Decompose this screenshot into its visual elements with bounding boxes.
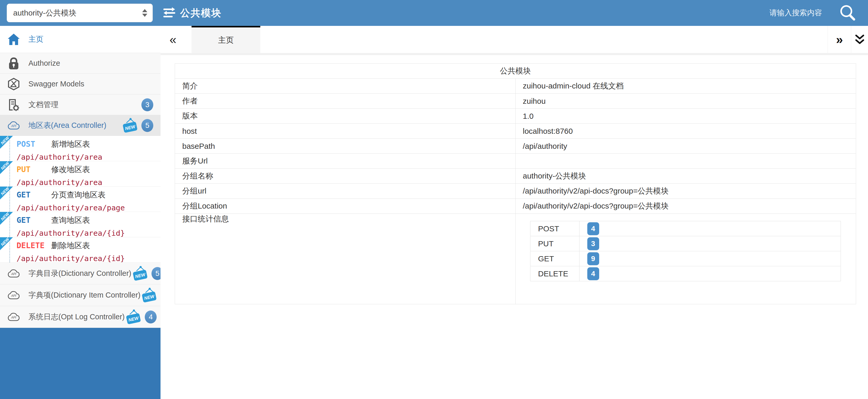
svg-text:API: API [11,272,16,276]
lock-icon [8,57,20,69]
table-row: 分组名称 authority-公共模块 [175,169,856,184]
info-value: /api/authority/v2/api-docs?group=公共模块 [516,199,856,214]
models-icon [8,78,20,90]
sidebar-item-authorize[interactable]: Authorize [0,53,160,74]
method-count-badge: 4 [587,267,599,280]
info-value: localhost:8760 [516,124,856,139]
page-title: 公共模块 [180,6,221,20]
info-value [516,154,856,169]
info-value: authority-公共模块 [516,169,856,184]
endpoint-delete-area-id[interactable]: NEW DELETE 删除地区表 /api/authority/area/{id… [0,237,160,263]
table-row: 作者 zuihou [175,94,856,109]
method-count-badge: 4 [587,222,599,235]
main-content: « 主页 » 公共模块 简介 zuihou-admin-cloud 在线文档 作… [160,26,868,399]
sidebar-item-label: 主页 [28,34,43,45]
table-row: 简介 zuihou-admin-cloud 在线文档 [175,79,856,94]
sidebar-item-home[interactable]: 主页 [0,26,160,53]
double-chevron-down-icon [854,34,865,45]
count-badge: 5 [142,119,153,132]
new-sign-badge: NEW [141,287,157,303]
sidebar-item-label: 系统日志(Opt Log Controller) [28,312,125,322]
method-count-badge: 3 [587,237,599,250]
endpoint-summary: 查询地区表 [51,215,90,226]
info-value: 1.0 [516,109,856,124]
cloud-api-icon: API [8,291,20,300]
group-select[interactable]: authority-公共模块 [7,4,153,22]
method-stats-table: POST 4 PUT 3 GET 9 DELETE [530,221,841,281]
search-icon[interactable] [839,4,857,22]
info-table-title: 公共模块 [175,64,856,79]
sidebar-item-label: 字典项(Dictionary Item Controller) [28,290,141,301]
group-info-panel: 公共模块 简介 zuihou-admin-cloud 在线文档 作者 zuiho… [160,63,868,304]
count-badge: 4 [145,311,157,323]
endpoint-path: /api/authority/area/page [17,203,158,212]
tab-scroll-left-button[interactable]: « [160,26,185,53]
brand: 公共模块 [163,6,221,20]
method-label: DELETE [17,241,51,250]
svg-text:API: API [11,294,16,297]
endpoint-get-area-id[interactable]: NEW GET 查询地区表 /api/authority/area/{id} [0,212,160,237]
table-row: host localhost:8760 [175,124,856,139]
tab-menu-button[interactable] [851,26,868,53]
endpoint-get-area-page[interactable]: NEW GET 分页查询地区表 /api/authority/area/page [0,187,160,212]
table-row: GET 9 [530,251,841,266]
sidebar: 主页 Authorize S [0,26,160,399]
doc-settings-icon [8,98,20,111]
svg-text:API: API [11,315,16,319]
info-value: /api/authority [516,139,856,154]
method-label: POST [17,140,51,148]
endpoint-summary: 删除地区表 [51,240,90,251]
sidebar-item-label: 字典目录(Dictionary Controller) [28,268,131,279]
sidebar-item-dictionary-controller[interactable]: API 字典目录(Dictionary Controller) NEW 5 [0,263,160,284]
tab-bar: « 主页 » [160,26,868,53]
swagger-doc-icon [163,7,176,19]
cloud-api-icon: API [8,121,20,130]
table-row: PUT 3 [530,236,841,251]
app-header: authority-公共模块 公共模块 请输入搜索内容 [0,0,868,26]
endpoint-post-area[interactable]: NEW POST 新增地区表 /api/authority/area [0,136,160,161]
tab-bar-divider [160,53,868,55]
endpoint-path: /api/authority/area/{id} [17,254,158,263]
group-select-value: authority-公共模块 [13,8,76,18]
sidebar-item-doc-manage[interactable]: 文档管理 3 [0,94,160,115]
select-stepper-icon [142,9,147,17]
method-label: GET [17,190,51,199]
table-row: DELETE 4 [530,266,841,281]
table-row: 版本 1.0 [175,109,856,124]
tab-home[interactable]: 主页 [191,26,260,53]
table-row-stats: 接口统计信息 POST 4 PUT 3 GET 9 [175,214,856,304]
cloud-api-icon: API [8,269,20,278]
endpoint-path: /api/authority/area/{id} [17,229,158,237]
count-badge: 3 [142,98,153,111]
method-count-badge: 9 [587,252,599,265]
table-row: basePath /api/authority [175,139,856,154]
method-label: PUT [17,165,51,174]
header-search[interactable]: 请输入搜索内容 [770,4,868,22]
new-sign-badge: NEW [125,309,142,325]
endpoint-path: /api/authority/area [17,178,158,187]
info-value: /api/authority/v2/api-docs?group=公共模块 [516,184,856,199]
info-value: zuihou-admin-cloud 在线文档 [516,79,856,94]
endpoint-put-area[interactable]: NEW PUT 修改地区表 /api/authority/area [0,161,160,187]
svg-text:API: API [11,124,16,127]
sidebar-item-dictionary-item-controller[interactable]: API 字典项(Dictionary Item Controller) NEW … [0,284,160,306]
sidebar-item-label: 地区表(Area Controller) [28,120,106,131]
home-icon [8,34,20,45]
endpoint-summary: 新增地区表 [51,139,90,149]
endpoint-list: NEW POST 新增地区表 /api/authority/area NEW P… [0,136,160,263]
tab-scroll-right-button[interactable]: » [828,26,851,53]
endpoint-summary: 修改地区表 [51,164,90,175]
method-label: GET [17,216,51,225]
sidebar-item-swagger-models[interactable]: Swagger Models [0,74,160,94]
search-input[interactable]: 请输入搜索内容 [770,8,822,18]
count-badge: 5 [152,267,160,280]
sidebar-item-area-controller[interactable]: API 地区表(Area Controller) NEW 5 [0,115,160,136]
info-value: zuihou [516,94,856,109]
group-info-table: 公共模块 简介 zuihou-admin-cloud 在线文档 作者 zuiho… [175,63,856,304]
cloud-api-icon: API [8,312,20,322]
sidebar-item-label: Swagger Models [28,80,84,88]
sidebar-item-opt-log-controller[interactable]: API 系统日志(Opt Log Controller) NEW 4 [0,306,160,328]
table-row: 分组url /api/authority/v2/api-docs?group=公… [175,184,856,199]
new-sign-badge: NEW [131,266,148,281]
table-row: 分组Location /api/authority/v2/api-docs?gr… [175,199,856,214]
